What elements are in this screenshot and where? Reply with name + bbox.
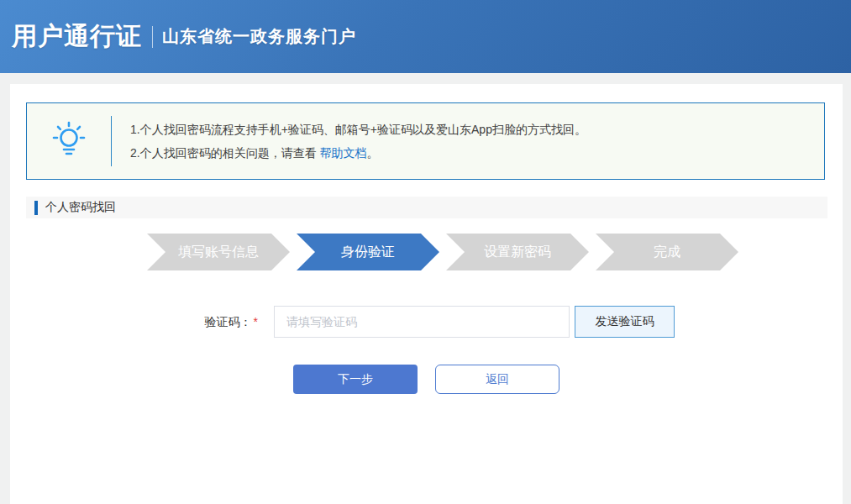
help-doc-link[interactable]: 帮助文档: [320, 146, 367, 160]
step-fill-account-info: 填写账号信息: [147, 234, 290, 270]
content-card: 1.个人找回密码流程支持手机+验证码、邮箱号+验证码以及爱山东App扫脸的方式找…: [10, 84, 843, 504]
send-code-button[interactable]: 发送验证码: [575, 306, 675, 338]
notice-text: 1.个人找回密码流程支持手机+验证码、邮箱号+验证码以及爱山东App扫脸的方式找…: [112, 118, 586, 165]
back-button[interactable]: 返回: [435, 365, 559, 394]
verification-code-label-text: 验证码：: [205, 315, 252, 328]
password-recovery-page: 用户通行证 山东省统一政务服务门户: [0, 0, 851, 504]
brand-subtitle: 山东省统一政务服务门户: [162, 25, 356, 48]
brand-title: 用户通行证: [12, 19, 142, 54]
lightbulb-icon: [51, 120, 87, 162]
page-header: 用户通行证 山东省统一政务服务门户: [0, 0, 851, 73]
notice-line-2: 2.个人找回密码的相关问题，请查看 帮助文档。: [130, 141, 586, 165]
notice-line-1: 1.个人找回密码流程支持手机+验证码、邮箱号+验证码以及爱山东App扫脸的方式找…: [130, 118, 586, 141]
brand-divider: [152, 26, 153, 48]
section-title: 个人密码找回: [45, 200, 116, 215]
verification-code-label: 验证码：*: [94, 306, 258, 338]
action-buttons: 下一步 返回: [10, 365, 843, 394]
step-complete: 完成: [596, 234, 738, 270]
section-title-bar: 个人密码找回: [26, 197, 827, 218]
next-step-button[interactable]: 下一步: [293, 365, 418, 394]
step-set-new-password: 设置新密码: [446, 234, 589, 270]
verification-code-input[interactable]: [274, 306, 570, 338]
notice-line-2-suffix: 。: [367, 146, 379, 160]
notice-line-2-text: 2.个人找回密码的相关问题，请查看: [130, 146, 320, 160]
verification-code-row: 验证码：* 发送验证码: [10, 306, 843, 338]
brand-block: 用户通行证 山东省统一政务服务门户: [0, 19, 356, 54]
step-progress: 填写账号信息 身份验证 设置新密码 完成: [147, 234, 738, 270]
notice-box: 1.个人找回密码流程支持手机+验证码、邮箱号+验证码以及爱山东App扫脸的方式找…: [26, 102, 825, 180]
notice-icon-wrap: [27, 120, 111, 162]
section-marker: [34, 201, 38, 215]
step-identity-verification: 身份验证: [297, 234, 439, 270]
required-asterisk: *: [254, 315, 258, 328]
